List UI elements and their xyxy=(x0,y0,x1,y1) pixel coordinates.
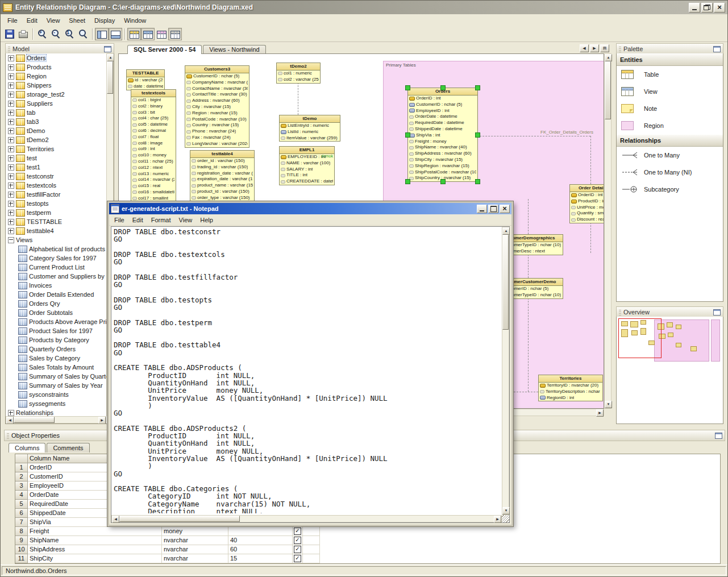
menu-view[interactable]: View xyxy=(42,15,65,26)
expand-icon[interactable] xyxy=(8,55,14,61)
notepad-close-button[interactable]: × xyxy=(500,205,510,213)
expand-icon[interactable] xyxy=(8,164,14,171)
dock-icon[interactable] xyxy=(713,46,721,52)
selection-handle[interactable] xyxy=(405,85,410,90)
toggle-properties-panel-button[interactable] xyxy=(109,28,122,40)
cell-data-type[interactable]: nvarchar xyxy=(162,545,228,554)
tree-table-shippers[interactable]: Shippers xyxy=(6,81,106,90)
tree-view-products-by-category[interactable]: Products by Category xyxy=(6,335,106,344)
tab-list-icon[interactable]: ▤ xyxy=(600,44,609,52)
tree-view-syssegments[interactable]: syssegments xyxy=(6,399,106,408)
entity-orders[interactable]: OrdersOrderID : intCustomerID : nchar (5… xyxy=(407,88,478,182)
entity-territories[interactable]: TerritoriesTerritoryID : nvarchar (20)Te… xyxy=(538,375,603,401)
selection-handle[interactable] xyxy=(405,179,410,184)
tree-table-testtable[interactable]: TESTTABLE xyxy=(6,217,106,226)
entity-tdemo[interactable]: tDemoListEntryId : numericListId : numer… xyxy=(279,115,340,142)
selection-handle[interactable] xyxy=(475,132,480,138)
entity-testtable[interactable]: TESTTABLEid : varchar (25)date : datetim… xyxy=(126,69,165,90)
tree-table-storage-test2[interactable]: storage_test2 xyxy=(6,90,106,99)
scroll-up-icon[interactable]: ▲ xyxy=(107,54,114,61)
allow-nulls-checkbox[interactable]: ✓ xyxy=(294,546,301,553)
selection-handle[interactable] xyxy=(405,132,410,138)
tree-table-test1[interactable]: test1 xyxy=(6,163,106,172)
cell-allow-nulls[interactable]: ✓ xyxy=(293,527,303,536)
tree-view-sales-totals-by-amount[interactable]: Sales Totals by Amount xyxy=(6,363,106,372)
tree-table-products[interactable]: Products xyxy=(6,63,106,72)
allow-nulls-checkbox[interactable]: ✓ xyxy=(294,528,301,535)
tree-view-orders-qry[interactable]: Orders Qry xyxy=(6,299,106,308)
notepad-menu-help[interactable]: Help xyxy=(196,215,217,225)
expand-icon[interactable] xyxy=(8,110,14,116)
entity-order-details[interactable]: Order DetailsOrderID : intProductID : in… xyxy=(569,184,604,223)
cell-allow-nulls[interactable]: ✓ xyxy=(293,545,303,554)
expand-icon[interactable] xyxy=(8,82,14,89)
grid-view-button[interactable] xyxy=(141,28,155,40)
tree-view-order-details-extended[interactable]: Order Details Extended xyxy=(6,290,106,299)
scroll-up-icon[interactable]: ▲ xyxy=(605,54,612,61)
tree-view-category-sales-for-1997[interactable]: Category Sales for 1997 xyxy=(6,254,106,263)
notepad-menu-format[interactable]: Format xyxy=(147,215,175,225)
cell-allow-nulls[interactable]: ✓ xyxy=(293,536,303,545)
script-view-button[interactable] xyxy=(168,28,182,40)
cell-data-type[interactable]: money xyxy=(162,527,228,536)
allow-nulls-checkbox[interactable]: ✓ xyxy=(294,555,301,562)
dock-icon[interactable] xyxy=(713,309,721,316)
minimize-button[interactable] xyxy=(689,3,700,13)
expand-icon[interactable] xyxy=(8,128,14,134)
expand-icon[interactable] xyxy=(8,219,14,225)
expand-icon[interactable] xyxy=(8,73,14,80)
tree-view-sysconstraints[interactable]: sysconstraints xyxy=(6,390,106,399)
cell-column-name[interactable]: ShipName xyxy=(28,536,162,545)
menu-display[interactable]: Display xyxy=(90,15,119,26)
tree-table-testopts[interactable]: testopts xyxy=(6,199,106,208)
selection-handle[interactable] xyxy=(475,85,480,90)
zoom-actual-button[interactable]: 1 xyxy=(63,28,76,40)
tree-table-territories[interactable]: Territories xyxy=(6,144,106,153)
scroll-left-icon[interactable]: ◀ xyxy=(6,417,14,424)
zoom-in-button[interactable]: + xyxy=(35,28,49,40)
cell-column-name[interactable]: ShipCity xyxy=(28,554,162,563)
palette-item-view[interactable]: View xyxy=(617,83,723,100)
diagram-view-button[interactable] xyxy=(127,28,141,40)
scroll-right-icon[interactable]: ▶ xyxy=(98,417,106,424)
tree-table-testextcols[interactable]: testextcols xyxy=(6,181,106,190)
entity-customers3[interactable]: Customers3CustomerID : nchar (5)CompanyN… xyxy=(185,65,249,148)
cell-length[interactable]: 40 xyxy=(228,536,293,545)
scroll-right-icon[interactable]: ▶ xyxy=(596,409,604,417)
dock-icon[interactable] xyxy=(104,46,111,52)
scroll-thumb[interactable] xyxy=(14,417,55,423)
tab-scroll-left-icon[interactable]: ◀ xyxy=(580,44,589,52)
entity-testextcols[interactable]: testextcolscol1 : bigintcol2 : binarycol… xyxy=(131,89,176,202)
tree-view-summary-of-sales-by-year[interactable]: Summary of Sales by Year xyxy=(6,381,106,390)
expand-icon[interactable] xyxy=(8,410,14,416)
tree-view-product-sales-for-1997[interactable]: Product Sales for 1997 xyxy=(6,326,106,335)
tree-view-current-product-list[interactable]: Current Product List xyxy=(6,263,106,272)
expand-icon[interactable] xyxy=(8,210,14,216)
scroll-up-icon[interactable]: ▲ xyxy=(502,227,510,235)
expand-icon[interactable] xyxy=(8,155,14,161)
menu-file[interactable]: File xyxy=(3,15,22,26)
palette-item-one-to-many-ni[interactable]: One to Many (NI) xyxy=(617,164,723,181)
expand-icon[interactable] xyxy=(8,137,14,143)
entity-tdemo2[interactable]: tDemo2col1 : numericcol2 : varchar (255) xyxy=(276,63,321,84)
scroll-left-icon[interactable]: ◀ xyxy=(112,516,119,523)
scroll-thumb[interactable] xyxy=(605,61,611,119)
notepad-maximize-button[interactable] xyxy=(488,205,498,213)
tree-table-tdemo2[interactable]: tDemo2 xyxy=(6,135,106,144)
palette-item-subcategory[interactable]: Subcategory xyxy=(617,181,723,198)
tree-table-region[interactable]: Region xyxy=(6,72,106,81)
entity-empl1[interactable]: EMPL1EMPLOYEEID : intNAME : varchar (100… xyxy=(279,146,335,185)
cell-length[interactable]: 60 xyxy=(228,545,293,554)
tree-view-customer-and-suppliers-by-city[interactable]: Customer and Suppliers by City xyxy=(6,272,106,281)
allow-nulls-checkbox[interactable]: ✓ xyxy=(294,537,301,544)
notepad-menu-file[interactable]: File xyxy=(110,215,128,225)
split-view-button[interactable] xyxy=(155,28,168,40)
expand-icon[interactable] xyxy=(8,192,14,198)
title-bar[interactable]: Entity Relationship Diagram - C:\er-diag… xyxy=(1,1,727,14)
cell-data-type[interactable]: nvarchar xyxy=(162,536,228,545)
expand-icon[interactable] xyxy=(8,173,14,180)
overview-minimap[interactable] xyxy=(616,317,723,424)
expand-icon[interactable] xyxy=(8,101,14,107)
save-button[interactable] xyxy=(3,28,16,40)
scroll-thumb[interactable] xyxy=(119,516,240,522)
